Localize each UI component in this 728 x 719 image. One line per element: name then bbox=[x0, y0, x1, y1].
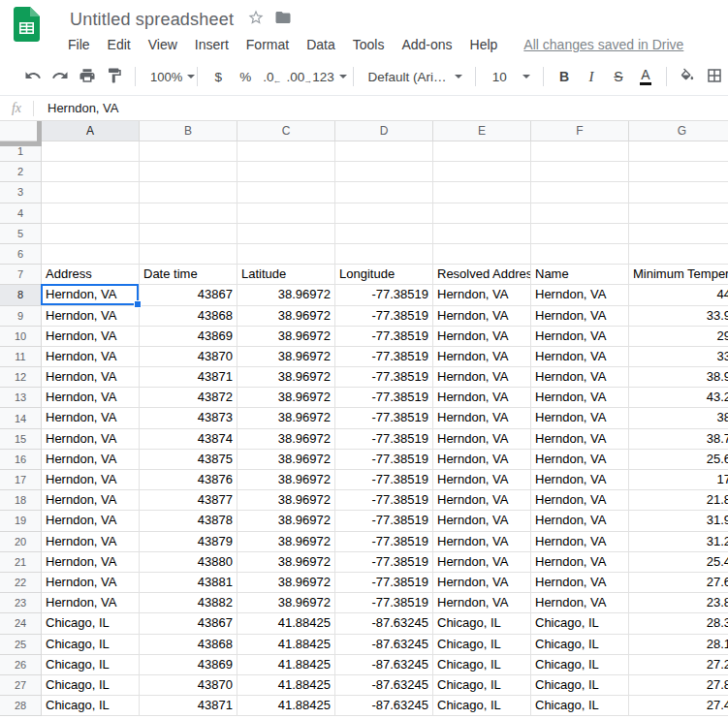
cell-D18[interactable]: -77.38519 bbox=[335, 490, 433, 511]
font-size-select[interactable]: 10 bbox=[483, 64, 536, 89]
row-header-6[interactable]: 6 bbox=[0, 244, 42, 265]
cell-F20[interactable]: Herndon, VA bbox=[531, 532, 629, 552]
cell-C26[interactable]: 41.88425 bbox=[237, 655, 335, 675]
row-header-9[interactable]: 9 bbox=[0, 306, 42, 327]
cell-A20[interactable]: Herndon, VA bbox=[42, 532, 140, 552]
cell-F21[interactable]: Herndon, VA bbox=[531, 552, 629, 573]
cell-D9[interactable]: -77.38519 bbox=[335, 306, 433, 327]
row-header-24[interactable]: 24 bbox=[0, 613, 42, 634]
cell-B14[interactable]: 43873 bbox=[140, 408, 237, 428]
row-header-3[interactable]: 3 bbox=[0, 182, 42, 203]
cell-D24[interactable]: -87.63245 bbox=[335, 613, 433, 634]
column-header-G[interactable]: G bbox=[629, 121, 728, 141]
cell-A6[interactable] bbox=[42, 244, 140, 265]
cell-D7[interactable]: Longitude bbox=[335, 265, 433, 285]
cell-D10[interactable]: -77.38519 bbox=[335, 327, 433, 347]
row-header-2[interactable]: 2 bbox=[0, 162, 42, 182]
cell-D28[interactable]: -87.63245 bbox=[335, 696, 433, 716]
cell-D4[interactable] bbox=[335, 203, 433, 224]
cell-B4[interactable] bbox=[140, 203, 237, 224]
cell-F26[interactable]: Chicago, IL bbox=[531, 655, 629, 675]
cell-E13[interactable]: Herndon, VA bbox=[433, 388, 531, 408]
cell-D3[interactable] bbox=[335, 182, 433, 203]
cell-E17[interactable]: Herndon, VA bbox=[433, 470, 531, 490]
cell-G1[interactable] bbox=[629, 141, 728, 162]
cell-E5[interactable] bbox=[433, 224, 531, 244]
cell-A10[interactable]: Herndon, VA bbox=[42, 327, 140, 347]
cell-B19[interactable]: 43878 bbox=[140, 511, 237, 531]
column-header-F[interactable]: F bbox=[531, 121, 629, 141]
cell-A14[interactable]: Herndon, VA bbox=[42, 408, 140, 428]
cell-F10[interactable]: Herndon, VA bbox=[531, 327, 629, 347]
row-header-4[interactable]: 4 bbox=[0, 203, 42, 224]
cell-G27[interactable]: 27.8 bbox=[629, 675, 728, 696]
cell-B15[interactable]: 43874 bbox=[140, 429, 237, 450]
cell-A28[interactable]: Chicago, IL bbox=[42, 696, 140, 716]
cell-A4[interactable] bbox=[42, 203, 140, 224]
cell-B20[interactable]: 43879 bbox=[140, 532, 237, 552]
cell-F8[interactable]: Herndon, VA bbox=[531, 285, 629, 305]
cell-B27[interactable]: 43870 bbox=[140, 675, 237, 696]
menu-data[interactable]: Data bbox=[298, 37, 344, 52]
cell-G7[interactable]: Minimum Temper bbox=[629, 265, 728, 285]
column-header-D[interactable]: D bbox=[335, 121, 433, 141]
cell-G6[interactable] bbox=[629, 244, 728, 265]
menu-addons[interactable]: Add-ons bbox=[393, 37, 460, 52]
cell-A26[interactable]: Chicago, IL bbox=[42, 655, 140, 675]
sheets-logo-icon[interactable] bbox=[14, 7, 40, 46]
row-header-17[interactable]: 17 bbox=[0, 470, 42, 490]
cell-F14[interactable]: Herndon, VA bbox=[531, 408, 629, 428]
cell-F9[interactable]: Herndon, VA bbox=[531, 306, 629, 327]
cell-C18[interactable]: 38.96972 bbox=[237, 490, 335, 511]
cell-A27[interactable]: Chicago, IL bbox=[42, 675, 140, 696]
strikethrough-button[interactable]: S bbox=[605, 64, 632, 89]
cell-B23[interactable]: 43882 bbox=[140, 593, 237, 613]
row-header-10[interactable]: 10 bbox=[0, 327, 42, 347]
cell-E9[interactable]: Herndon, VA bbox=[433, 306, 531, 327]
cell-C14[interactable]: 38.96972 bbox=[237, 408, 335, 428]
cell-F22[interactable]: Herndon, VA bbox=[531, 573, 629, 593]
cell-E1[interactable] bbox=[433, 141, 531, 162]
cell-E24[interactable]: Chicago, IL bbox=[433, 613, 531, 634]
cell-C6[interactable] bbox=[237, 244, 335, 265]
menu-file[interactable]: File bbox=[68, 37, 99, 52]
cell-D22[interactable]: -77.38519 bbox=[335, 573, 433, 593]
format-percent-button[interactable]: % bbox=[232, 64, 259, 89]
cell-A13[interactable]: Herndon, VA bbox=[42, 388, 140, 408]
cell-C20[interactable]: 38.96972 bbox=[237, 532, 335, 552]
row-header-8[interactable]: 8 bbox=[0, 285, 42, 305]
zoom-select[interactable]: 100% bbox=[142, 64, 190, 89]
cell-D16[interactable]: -77.38519 bbox=[335, 450, 433, 470]
row-header-15[interactable]: 15 bbox=[0, 429, 42, 450]
cell-C15[interactable]: 38.96972 bbox=[237, 429, 335, 450]
cell-G28[interactable]: 27.4 bbox=[629, 696, 728, 716]
cell-G11[interactable]: 33 bbox=[629, 347, 728, 367]
cell-B6[interactable] bbox=[140, 244, 237, 265]
cell-C25[interactable]: 41.88425 bbox=[237, 635, 335, 655]
cell-F15[interactable]: Herndon, VA bbox=[531, 429, 629, 450]
cell-C3[interactable] bbox=[237, 182, 335, 203]
cell-B28[interactable]: 43871 bbox=[140, 696, 237, 716]
cell-F7[interactable]: Name bbox=[531, 265, 629, 285]
cell-D26[interactable]: -87.63245 bbox=[335, 655, 433, 675]
cell-F4[interactable] bbox=[531, 203, 629, 224]
cell-G24[interactable]: 28.3 bbox=[629, 613, 728, 634]
cell-A16[interactable]: Herndon, VA bbox=[42, 450, 140, 470]
menu-insert[interactable]: Insert bbox=[186, 37, 237, 52]
cell-E20[interactable]: Herndon, VA bbox=[433, 532, 531, 552]
cell-G17[interactable]: 17 bbox=[629, 470, 728, 490]
cell-G14[interactable]: 38 bbox=[629, 408, 728, 428]
print-button[interactable] bbox=[74, 64, 101, 89]
cell-F12[interactable]: Herndon, VA bbox=[531, 367, 629, 388]
cell-C8[interactable]: 38.96972 bbox=[237, 285, 335, 305]
cell-E26[interactable]: Chicago, IL bbox=[433, 655, 531, 675]
cell-F19[interactable]: Herndon, VA bbox=[531, 511, 629, 531]
cell-G9[interactable]: 33.9 bbox=[629, 306, 728, 327]
cell-F11[interactable]: Herndon, VA bbox=[531, 347, 629, 367]
cell-B12[interactable]: 43871 bbox=[140, 367, 237, 388]
cell-C19[interactable]: 38.96972 bbox=[237, 511, 335, 531]
cell-A21[interactable]: Herndon, VA bbox=[42, 552, 140, 573]
cell-C24[interactable]: 41.88425 bbox=[237, 613, 335, 634]
cell-E28[interactable]: Chicago, IL bbox=[433, 696, 531, 716]
cell-G4[interactable] bbox=[629, 203, 728, 224]
